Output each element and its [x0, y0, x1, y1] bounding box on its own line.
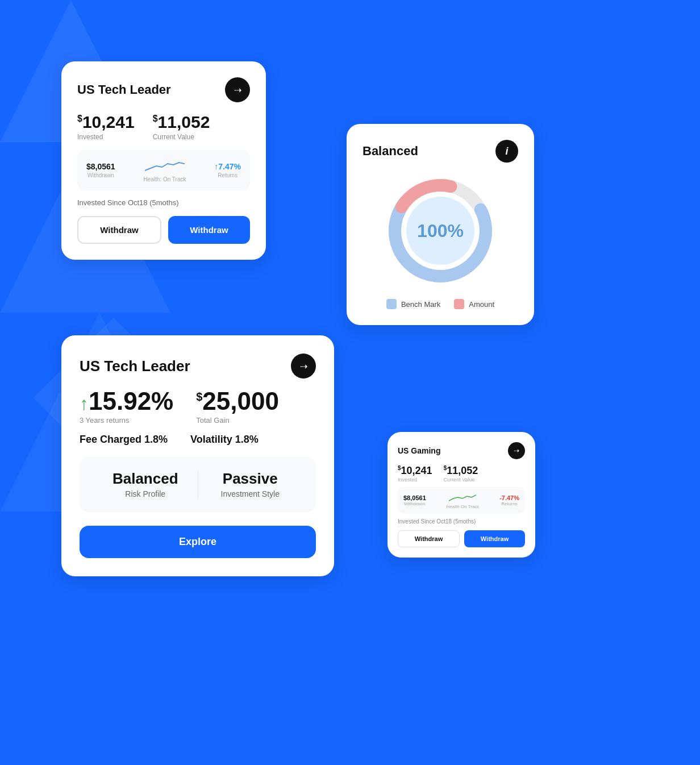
card4-invested-value: $10,241 [398, 465, 432, 477]
card3-return-label: 3 Years returns [80, 416, 173, 425]
card-us-gaming: US Gaming ⇢ $10,241 Invested $11,052 Cur… [388, 432, 535, 558]
card3-gain-value: $25,000 [196, 389, 279, 414]
card2-header: Balanced i [363, 140, 518, 163]
donut-center-percentage: 100% [417, 221, 464, 242]
legend-amount: Amount [454, 299, 494, 309]
card3-gain-label: Total Gain [196, 416, 279, 425]
card1-withdrawn-value: $8,0561 [86, 162, 115, 171]
legend-benchmark: Bench Mark [386, 299, 440, 309]
card1-title: US Tech Leader [77, 82, 171, 97]
benchmark-dot [386, 299, 397, 309]
card1-withdraw-primary-button[interactable]: Withdraw [168, 216, 250, 244]
amount-label: Amount [469, 300, 494, 309]
card3-gain-block: $25,000 Total Gain [196, 389, 279, 425]
card2-info-button[interactable]: i [495, 140, 518, 163]
card4-invested-block: $10,241 Invested [398, 465, 432, 483]
card3-return-block: ↑15.92% 3 Years returns [80, 389, 173, 425]
card1-health-sparkline: Health: On Track [143, 158, 186, 182]
card4-current-label: Current Value [444, 477, 478, 483]
explore-button[interactable]: Explore [80, 526, 316, 558]
sparkline-svg [145, 158, 185, 175]
card3-balanced-label: Balanced [93, 471, 198, 487]
card4-stats-box: $8,0561 Withdrawn Health On Track -7.47%… [398, 487, 525, 514]
card3-profile-box: Balanced Risk Profile Passive Investment… [80, 457, 316, 512]
card3-volatility: Volatility 1.8% [190, 434, 259, 446]
card4-current-value: $11,052 [444, 465, 478, 477]
card1-withdrawn-label: Withdrawn [86, 172, 115, 178]
card4-withdrawn-stat: $8,0561 Withdrawn [403, 494, 426, 506]
card1-health-label: Health: On Track [143, 176, 186, 182]
share-icon: ⇢ [234, 85, 241, 95]
card3-balanced-item: Balanced Risk Profile [93, 471, 198, 498]
card4-invested-label: Invested [398, 477, 432, 483]
card4-returns-label: Returns [499, 501, 519, 506]
card2-legend: Bench Mark Amount [363, 299, 518, 309]
card3-passive-label: Passive [198, 471, 303, 487]
card3-title: US Tech Leader [80, 357, 190, 375]
card1-current-block: $11,052 Current Value [153, 113, 210, 141]
card1-returns-label: Returns [214, 172, 241, 178]
benchmark-label: Bench Mark [401, 300, 440, 309]
card3-header: US Tech Leader ⇢ [80, 354, 316, 379]
card4-sparkline-svg [449, 492, 476, 504]
card-balanced: Balanced i 100% Bench Mark Amount [347, 124, 534, 325]
card4-header: US Gaming ⇢ [398, 442, 525, 459]
card4-share-btn[interactable]: ⇢ [508, 442, 525, 459]
card4-withdrawn-value: $8,0561 [403, 494, 426, 501]
share-icon-3: ⇢ [514, 447, 519, 455]
card1-amounts-row: $10,241 Invested $11,052 Current Value [77, 113, 250, 141]
card1-invested-since: Invested Since Oct18 (5moths) [77, 198, 250, 207]
card4-title: US Gaming [398, 446, 440, 455]
card4-invested-since: Invested Since Oct18 (5moths) [398, 518, 525, 525]
card1-stats-box: $8,0561 Withdrawn Health: On Track ↑7.47… [77, 150, 250, 190]
card3-share-button[interactable]: ⇢ [291, 354, 316, 379]
card1-returns-value: ↑7.47% [214, 162, 241, 171]
card1-invested-label: Invested [77, 133, 135, 141]
card2-title: Balanced [363, 144, 418, 159]
card4-amounts: $10,241 Invested $11,052 Current Value [398, 465, 525, 483]
card1-current-label: Current Value [153, 133, 210, 141]
card1-current-value: $11,052 [153, 113, 210, 132]
card1-invested-value: $10,241 [77, 113, 135, 132]
card-us-tech-leader-bottom: US Tech Leader ⇢ ↑15.92% 3 Years returns… [61, 335, 334, 576]
card4-returns-value: -7.47% [499, 494, 519, 501]
card3-passive-item: Passive Investment Style [198, 471, 303, 498]
card4-btn-row: Withdraw Withdraw [398, 530, 525, 547]
card4-withdraw-primary-button[interactable]: Withdraw [464, 530, 525, 547]
card3-fee: Fee Charged 1.8% [80, 434, 168, 446]
share-icon-2: ⇢ [300, 361, 307, 372]
card4-withdrawn-label: Withdrawn [403, 501, 426, 506]
card4-current-block: $11,052 Current Value [444, 465, 478, 483]
card1-header: US Tech Leader ⇢ [77, 77, 250, 102]
card4-health-sparkline: Health On Track [447, 492, 480, 509]
amount-dot [454, 299, 464, 309]
card4-returns-stat: -7.47% Returns [499, 494, 519, 506]
card1-withdrawn-stat: $8,0561 Withdrawn [86, 162, 115, 178]
card3-fee-row: Fee Charged 1.8% Volatility 1.8% [80, 434, 316, 446]
card1-returns-stat: ↑7.47% Returns [214, 162, 241, 178]
card2-donut-container: 100% [363, 174, 518, 288]
card4-health-label: Health On Track [447, 504, 480, 509]
card1-withdraw-outline-button[interactable]: Withdraw [77, 216, 161, 244]
card3-investment-label: Investment Style [198, 489, 303, 498]
card1-share-button[interactable]: ⇢ [225, 77, 250, 102]
card4-withdraw-outline-button[interactable]: Withdraw [398, 530, 460, 547]
card3-risk-label: Risk Profile [93, 489, 198, 498]
card1-btn-row: Withdraw Withdraw [77, 216, 250, 244]
card3-return-value: ↑15.92% [80, 389, 173, 414]
card-us-tech-leader-top: US Tech Leader ⇢ $10,241 Invested $11,05… [61, 61, 266, 260]
card3-amounts-row: ↑15.92% 3 Years returns $25,000 Total Ga… [80, 389, 316, 425]
card1-invested-block: $10,241 Invested [77, 113, 135, 141]
